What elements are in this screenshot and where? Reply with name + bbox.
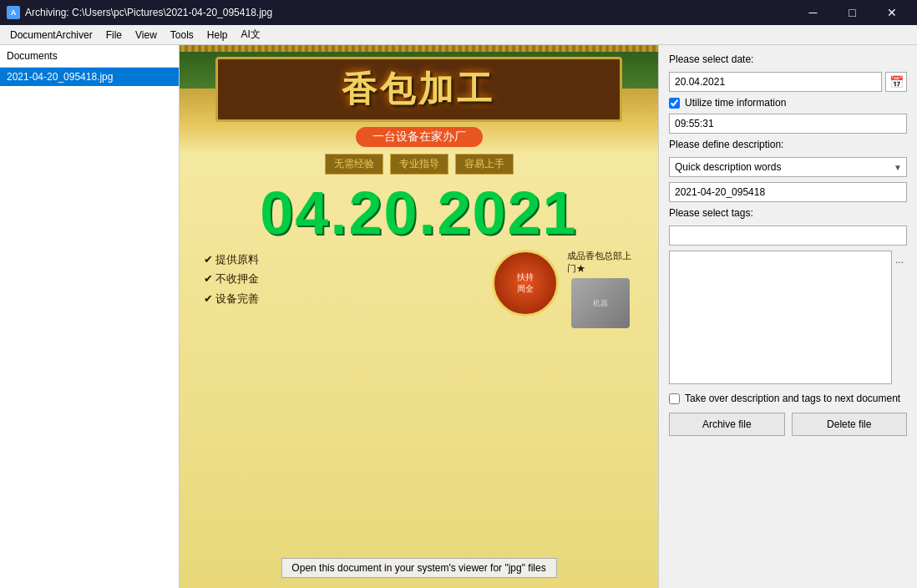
menu-help[interactable]: Help	[200, 28, 235, 43]
image-tags: 无需经验 专业指导 容易上手	[325, 154, 514, 175]
date-input[interactable]	[669, 72, 882, 92]
check-0: ✔ 提供原料	[204, 250, 484, 269]
notes-aside: ...	[895, 251, 907, 384]
menu-documentarchiver[interactable]: DocumentArchiver	[3, 28, 99, 43]
menu-file[interactable]: File	[99, 28, 129, 43]
image-date-overlay: 04.20.2021	[260, 183, 577, 243]
buttons-row: Archive file Delete file	[669, 413, 907, 436]
menu-ai[interactable]: AI文	[235, 26, 267, 43]
side-text: 成品香包总部上门★ 机器	[567, 250, 634, 328]
checklist: ✔ 提供原料 ✔ 不收押金 ✔ 设备完善	[204, 250, 484, 328]
maximize-button[interactable]: □	[833, 0, 871, 25]
takeover-row: Take over description and tags to next d…	[669, 393, 907, 404]
takeover-checkbox[interactable]	[669, 393, 680, 404]
image-title: 香包加工	[228, 66, 610, 113]
main-layout: Documents 2021-04-20_095418.jpg 香包加工 一台设…	[0, 45, 917, 588]
minimize-button[interactable]: ─	[794, 0, 832, 25]
close-button[interactable]: ✕	[873, 0, 910, 25]
sidebar-item-doc1[interactable]: 2021-04-20_095418.jpg	[0, 68, 179, 86]
image-subtitle-wrap: 一台设备在家办厂	[356, 125, 483, 149]
circle-badge: 扶持周全	[492, 250, 559, 317]
utilize-time-label: Utilize time information	[685, 97, 786, 109]
archive-button[interactable]: Archive file	[669, 413, 785, 436]
menu-view[interactable]: View	[129, 28, 164, 43]
image-content: 香包加工 一台设备在家办厂 无需经验 专业指导 容易上手 04.20.2021 …	[180, 45, 658, 588]
notes-row: ...	[669, 251, 907, 384]
description-label: Please define description:	[669, 139, 907, 150]
sidebar-title: Documents	[0, 45, 179, 68]
image-bottom: ✔ 提供原料 ✔ 不收押金 ✔ 设备完善 扶持周全 成品香包总部上门★ 机器	[204, 250, 635, 328]
tags-label: Please select tags:	[669, 207, 907, 219]
utilize-time-row: Utilize time information	[669, 97, 907, 109]
date-label: Please select date:	[669, 53, 907, 65]
title-box: 香包加工	[215, 57, 622, 122]
title-bar-left: A Archiving: C:\Users\pc\Pictures\2021-0…	[7, 6, 272, 19]
tags-input[interactable]	[669, 226, 907, 246]
tag-0: 无需经验	[325, 154, 383, 175]
tag-1: 专业指导	[390, 154, 448, 175]
utilize-time-checkbox[interactable]	[669, 98, 680, 109]
image-container: 香包加工 一台设备在家办厂 无需经验 专业指导 容易上手 04.20.2021 …	[180, 45, 658, 588]
notes-textarea[interactable]	[669, 251, 892, 384]
image-tooltip: Open this document in your system's view…	[281, 558, 556, 578]
check-2: ✔ 设备完善	[204, 289, 484, 308]
calendar-button[interactable]: 📅	[885, 72, 907, 92]
app-icon: A	[7, 6, 20, 19]
sidebar: Documents 2021-04-20_095418.jpg	[0, 45, 180, 588]
menu-tools[interactable]: Tools	[164, 28, 200, 43]
date-input-wrap: 📅	[669, 72, 907, 92]
image-area: 香包加工 一台设备在家办厂 无需经验 专业指导 容易上手 04.20.2021 …	[180, 45, 658, 588]
description-dropdown[interactable]: Quick description words Custom	[669, 157, 907, 177]
image-subtitle: 一台设备在家办厂	[356, 127, 483, 147]
top-border	[180, 45, 658, 52]
takeover-label: Take over description and tags to next d…	[685, 393, 907, 404]
sidebar-list: 2021-04-20_095418.jpg	[0, 68, 179, 588]
right-panel: Please select date: 📅 Utilize time infor…	[658, 45, 917, 588]
delete-button[interactable]: Delete file	[792, 413, 908, 436]
time-input[interactable]	[669, 114, 907, 134]
tag-2: 容易上手	[455, 154, 514, 175]
filename-input[interactable]	[669, 182, 907, 202]
title-bar: A Archiving: C:\Users\pc\Pictures\2021-0…	[0, 0, 917, 25]
menu-bar: DocumentArchiver File View Tools Help AI…	[0, 25, 917, 45]
machine-img: 机器	[571, 278, 630, 328]
window-controls: ─ □ ✕	[794, 0, 910, 25]
window-title: Archiving: C:\Users\pc\Pictures\2021-04-…	[25, 7, 272, 18]
check-1: ✔ 不收押金	[204, 269, 484, 288]
description-dropdown-wrap: Quick description words Custom ▼	[669, 157, 907, 177]
